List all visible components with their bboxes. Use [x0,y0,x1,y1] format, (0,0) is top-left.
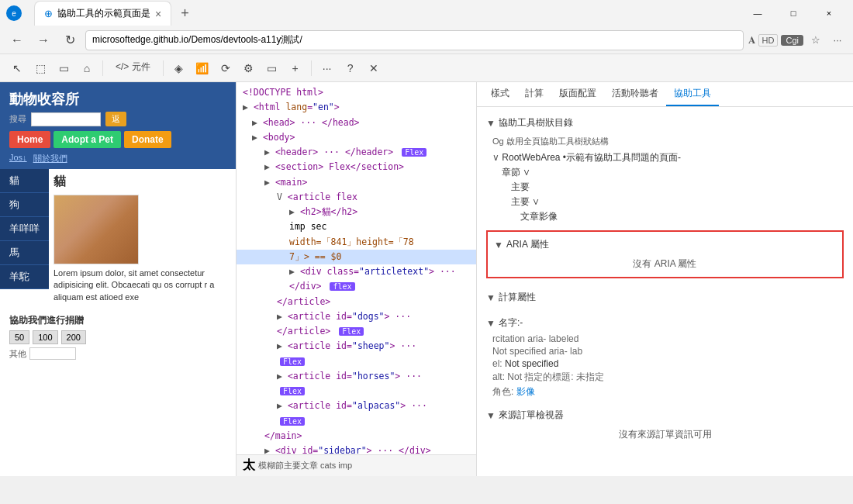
performance-icon[interactable]: ⟳ [215,57,237,79]
wifi-icon[interactable]: 📶 [192,57,213,79]
dom-horses-flex[interactable]: Flex [237,384,476,399]
donate-50-button[interactable]: 50 [9,330,29,344]
dom-article-sheep[interactable]: ▶ <article id="sheep"> ··· [237,339,476,354]
animal-item-sheep[interactable]: 羊咩咩 [0,217,49,241]
active-tab[interactable]: ⊕ 協助工具的示範頁面是 × [34,1,171,26]
dom-doctype[interactable]: <!DOCTYPE html> [237,85,476,100]
dom-main[interactable]: ▶ <main> [237,175,476,190]
tab-listeners[interactable]: 活動聆聽者 [604,82,666,106]
toolbar-separator [102,60,103,76]
home-tool-button[interactable]: ⌂ [76,57,98,79]
dom-html[interactable]: ▶ <html lang="en"> [237,100,476,115]
other-label: 其他 [9,348,26,360]
read-aloud-icon[interactable]: 𝐀 [748,34,755,47]
inspect-button[interactable]: ⬚ [29,57,51,79]
dom-articletext[interactable]: ▶ <div class="articletext"> ··· [237,264,476,279]
a11y-tree-header[interactable]: ▼ 協助工具樹狀目錄 [486,113,844,133]
sub-nav-jos[interactable]: Jos↓ [9,153,27,164]
dom-dogs-close[interactable]: </article> Flex [237,324,476,339]
dom-alpacas-flex[interactable]: Flex [237,414,476,429]
dom-main-close[interactable]: </main> [237,429,476,444]
maximize-button[interactable]: □ [775,0,811,26]
nav-adopt[interactable]: Adopt a Pet [54,131,121,148]
cat-image [54,195,139,264]
dom-article-alpacas[interactable]: ▶ <article id="alpacas"> ··· [237,399,476,413]
tab-edge-icon: ⊕ [44,8,53,19]
h2-arrow: ▶ [289,206,295,217]
search-button[interactable]: 返 [105,112,126,126]
dom-sheep-flex[interactable]: Flex [237,354,476,369]
tab-calc[interactable]: 計算 [517,82,551,106]
tab-layout[interactable]: 版面配置 [551,82,604,106]
plus-icon[interactable]: + [285,57,306,79]
main-arrow: ▶ [264,177,270,188]
tab-accessibility[interactable]: 協助工具 [666,82,719,106]
donate-100-button[interactable]: 100 [33,330,57,344]
dom-imp-sec[interactable]: imp sec [237,219,476,234]
tab-close-button[interactable]: × [155,8,161,20]
name-header[interactable]: ▼ 名字:- [486,313,844,333]
forward-button[interactable]: → [33,29,54,51]
section-arrow: ▶ [264,161,270,172]
dom-div-close[interactable]: </div> flex [237,279,476,294]
sources-icon[interactable]: ◈ [168,57,190,79]
address-bar: ← → ↻ 𝐀 HD Cgi ☆ ··· [0,26,853,54]
name-section: ▼ 名字:- rcitation aria- labeled Not speci… [477,310,853,402]
dom-tree[interactable]: <!DOCTYPE html> ▶ <html lang="en"> ▶ <he… [237,82,476,476]
search-input[interactable] [31,112,101,126]
close-button[interactable]: × [811,0,847,26]
dom-img-attrs[interactable]: width=「841」height=「78 [237,235,476,250]
dom-article-dogs[interactable]: ▶ <article id="dogs"> ··· [237,309,476,324]
name-label-2: Not specified aria- lab [492,346,582,357]
sub-nav-about[interactable]: 關於我們 [33,153,67,164]
dom-head[interactable]: ▶ <head> ··· </head> [237,116,476,130]
animal-item-horse[interactable]: 馬 [0,241,49,265]
aria-empty: 沒有 ARIA 屬性 [494,254,836,274]
source-header[interactable]: ▼ 來源訂單檢視器 [486,406,844,425]
animal-item-dog[interactable]: 狗 [0,193,49,217]
animal-item-cat[interactable]: 貓 [0,169,49,193]
dom-img-selected[interactable]: 7」> == $0 [237,250,476,264]
sheep-flex-badge: Flex [280,357,305,366]
back-button[interactable]: ← [6,29,28,51]
dom-article-cats[interactable]: V <article flex [237,190,476,205]
device-button[interactable]: ▭ [53,57,74,79]
minimize-button[interactable]: — [740,0,775,26]
sub-nav: Jos↓ 關於我們 [0,151,237,169]
cursor-tool-button[interactable]: ↖ [6,57,28,79]
application-icon[interactable]: ▭ [261,57,283,79]
nav-donate[interactable]: Donate [124,131,171,148]
horses-tag: <article id="horses"> ··· [288,371,422,381]
dogs-tag: <article id="dogs"> ··· [288,311,411,322]
dom-body[interactable]: ▶ <body> [237,130,476,145]
more-button[interactable]: ··· [828,31,847,50]
donate-200-button[interactable]: 200 [61,330,86,344]
address-input[interactable] [85,30,744,50]
header-flex-badge: Flex [402,148,427,157]
toolbar-separator-3 [311,60,312,76]
more-tools-button[interactable]: ··· [316,57,338,79]
webpage-content: 動物收容所 搜尋 返 Home Adopt a Pet Donate Jos↓ … [0,82,237,476]
nav-home[interactable]: Home [9,131,50,148]
tab-elements[interactable]: </> 元件 [108,57,158,78]
dom-header[interactable]: ▶ <header> ··· </header> Flex [237,145,476,160]
close-devtools-button[interactable]: ✕ [363,57,385,79]
calc-header[interactable]: ▼ 計算屬性 [486,288,844,307]
help-button[interactable]: ? [340,57,361,79]
other-amount-input[interactable] [29,347,76,360]
memory-icon[interactable]: ⚙ [238,57,260,79]
dom-article-close[interactable]: </article> [237,295,476,309]
dom-section[interactable]: ▶ <section> Flex</section> [237,160,476,174]
favorite-button[interactable]: ☆ [806,31,825,50]
new-tab-button[interactable]: + [174,5,195,22]
animal-item-alpaca[interactable]: 羊駝 [0,265,49,289]
tree-toggle-text[interactable]: Og 啟用全頁協助工具樹狀結構 [492,136,609,146]
dom-article-horses[interactable]: ▶ <article id="horses"> ··· [237,369,476,384]
site-header: 動物收容所 搜尋 返 [0,82,237,131]
dom-breadcrumb[interactable]: 模糊節主要文章 cats imp [258,460,352,471]
aria-header[interactable]: ▼ ARIA 屬性 [494,235,836,254]
dom-h2[interactable]: ▶ <h2>貓</h2> [237,205,476,219]
refresh-button[interactable]: ↻ [59,29,81,51]
sheep-tag: <article id="sheep"> ··· [288,340,416,351]
tab-style[interactable]: 樣式 [483,82,517,106]
